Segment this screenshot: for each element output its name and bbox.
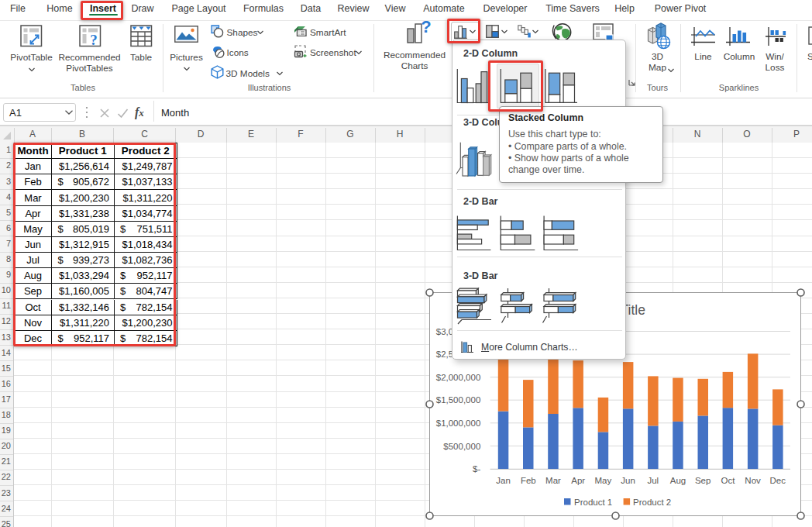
svg-text:Dec: Dec — [770, 476, 786, 485]
svg-text:$500,000: $500,000 — [443, 442, 480, 451]
svg-text:Jul: Jul — [647, 476, 659, 485]
svg-text:Oct: Oct — [721, 476, 735, 485]
svg-text:$1,000,000: $1,000,000 — [436, 418, 481, 428]
svg-text:Feb: Feb — [521, 476, 536, 485]
svg-text:Mar: Mar — [545, 476, 561, 485]
svg-text:Jun: Jun — [621, 476, 635, 485]
svg-text:$2,000,000: $2,000,000 — [436, 373, 481, 382]
svg-text:Aug: Aug — [670, 476, 686, 485]
svg-text:Sep: Sep — [695, 476, 710, 485]
svg-text:Nov: Nov — [745, 476, 761, 485]
svg-text:$1,500,000: $1,500,000 — [436, 395, 481, 405]
svg-text:Product 1: Product 1 — [574, 498, 612, 507]
svg-text:?: ? — [90, 32, 98, 47]
svg-text:Jan: Jan — [496, 476, 511, 485]
svg-text:Product 2: Product 2 — [633, 498, 671, 507]
svg-text:Apr: Apr — [571, 476, 585, 485]
svg-text:?: ? — [421, 20, 431, 36]
svg-text:$-: $- — [473, 464, 480, 474]
svg-text:May: May — [595, 476, 612, 485]
